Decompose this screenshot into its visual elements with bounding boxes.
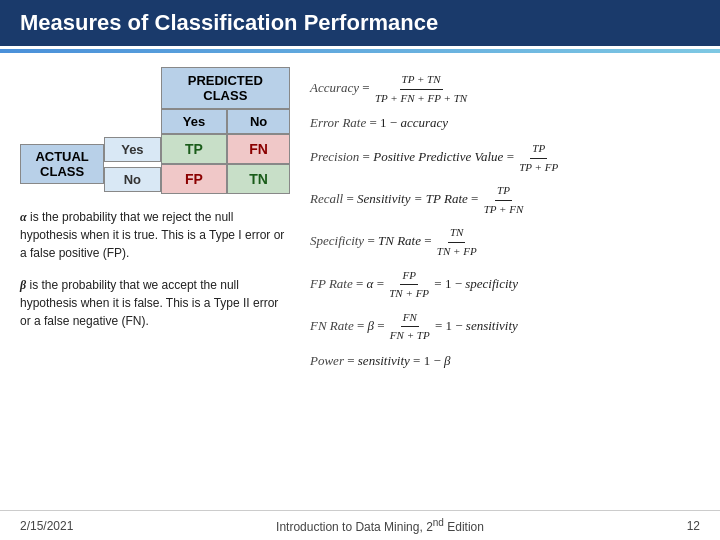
cell-tp: TP — [161, 134, 228, 164]
beta-text: is the probability that we accept the nu… — [20, 278, 278, 328]
right-panel: Accuracy = TP + TN TP + FN + FP + TN Err… — [310, 67, 700, 500]
formula-fp-rate: FP Rate = α = FP TN + FP = 1 − specifici… — [310, 267, 700, 303]
formula-error-rate: Error Rate = 1 − accuracy — [310, 113, 700, 134]
left-panel: PREDICTED CLASS Yes No — [20, 67, 290, 500]
formula-power: Power = sensitivity = 1 − β — [310, 351, 700, 372]
confusion-matrix-table: PREDICTED CLASS Yes No — [20, 67, 290, 194]
formulas-container: Accuracy = TP + TN TP + FN + FP + TN Err… — [310, 71, 700, 372]
page: Measures of Classification Performance P… — [0, 0, 720, 540]
predicted-yes-header: Yes — [161, 109, 228, 134]
predicted-class-header: PREDICTED CLASS — [161, 67, 290, 109]
beta-description: β is the probability that we accept the … — [20, 276, 290, 330]
actual-yes-label: Yes — [104, 137, 160, 162]
formula-accuracy: Accuracy = TP + TN TP + FN + FP + TN — [310, 71, 700, 107]
footer: 2/15/2021 Introduction to Data Mining, 2… — [0, 510, 720, 540]
alpha-description: α is the probability that we reject the … — [20, 208, 290, 262]
formula-precision: Precision = Positive Predictive Value = … — [310, 140, 700, 176]
actual-class-header: ACTUAL CLASS — [20, 144, 104, 184]
footer-date: 2/15/2021 — [20, 519, 73, 533]
footer-page: 12 — [687, 519, 700, 533]
alpha-text: is the probability that we reject the nu… — [20, 210, 284, 260]
predicted-no-header: No — [227, 109, 290, 134]
header: Measures of Classification Performance — [0, 0, 720, 46]
page-title: Measures of Classification Performance — [20, 10, 700, 36]
beta-symbol: β — [20, 278, 26, 292]
formula-specificity: Specificity = TN Rate = TN TN + FP — [310, 224, 700, 260]
cell-fn: FN — [227, 134, 290, 164]
confusion-matrix: PREDICTED CLASS Yes No — [20, 67, 290, 194]
formula-fn-rate: FN Rate = β = FN FN + TP = 1 − sensitivi… — [310, 309, 700, 345]
actual-no-label: No — [104, 167, 160, 192]
formula-recall: Recall = Sensitivity = TP Rate = TP TP +… — [310, 182, 700, 218]
cell-tn: TN — [227, 164, 290, 194]
content-area: PREDICTED CLASS Yes No — [0, 53, 720, 510]
alpha-symbol: α — [20, 210, 27, 224]
footer-subtitle: Introduction to Data Mining, 2nd Edition — [276, 517, 484, 534]
cell-fp: FP — [161, 164, 228, 194]
